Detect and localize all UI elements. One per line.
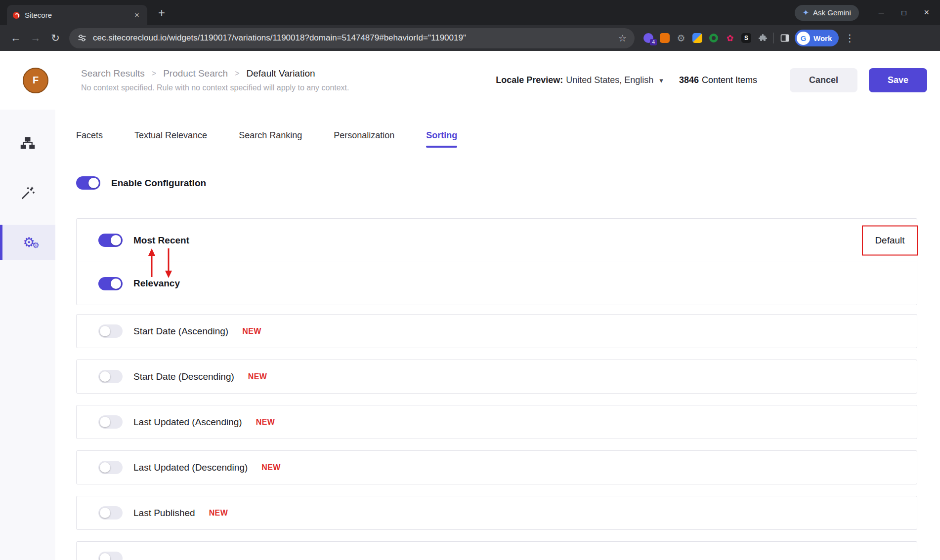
extensions-puzzle-icon[interactable] <box>758 33 768 43</box>
ask-gemini-button[interactable]: ✦ Ask Gemini <box>795 5 859 21</box>
new-badge: NEW <box>248 372 267 381</box>
sort-options-group: Most Recent Default Relevancy <box>76 218 917 305</box>
sort-option-label: Last Updated (Ascending) <box>133 417 242 428</box>
breadcrumb-separator: > <box>235 69 239 78</box>
content-items-number: 3846 <box>679 75 699 85</box>
page-body: ⚙⚙ Facets Textual Relevance Search Ranki… <box>0 110 940 560</box>
new-badge: NEW <box>261 463 281 472</box>
breadcrumb-product-search[interactable]: Product Search <box>163 68 228 79</box>
tab-search-ranking[interactable]: Search Ranking <box>239 130 302 148</box>
back-icon[interactable]: ← <box>6 28 26 48</box>
sidebar-item-magic-wand[interactable] <box>0 175 55 211</box>
new-badge: NEW <box>256 418 275 427</box>
sort-option-label: Most Recent <box>133 235 189 246</box>
tab-personalization[interactable]: Personalization <box>334 130 394 148</box>
left-sidebar: ⚙⚙ <box>0 110 55 560</box>
extension-icon-purple[interactable]: 4 <box>643 33 653 43</box>
new-badge: NEW <box>242 327 261 336</box>
breadcrumb-separator: > <box>152 69 156 78</box>
sort-option-label: Start Date (Descending) <box>133 371 234 382</box>
reload-icon[interactable]: ↻ <box>45 28 65 48</box>
sort-option-label: Relevancy <box>133 278 180 289</box>
most-recent-toggle[interactable] <box>98 234 123 247</box>
start-date-ascending-toggle[interactable] <box>98 324 123 338</box>
gears-icon: ⚙⚙ <box>23 236 35 249</box>
extension-badge: 4 <box>650 39 657 45</box>
start-date-descending-toggle[interactable] <box>98 370 123 383</box>
sidebar-item-settings[interactable]: ⚙⚙ <box>0 225 55 260</box>
gemini-sparkle-icon: ✦ <box>803 8 809 17</box>
locale-preview-value: United States, English <box>566 75 653 85</box>
profile-label: Work <box>813 34 832 42</box>
breadcrumb-block: Search Results > Product Search > Defaul… <box>81 68 349 92</box>
locale-preview-label: Locale Preview: <box>496 75 563 85</box>
extension-icon-orange[interactable] <box>660 33 670 43</box>
user-avatar[interactable]: F <box>23 68 48 93</box>
extension-icon-s[interactable]: S <box>741 33 751 43</box>
header-actions: Locale Preview: United States, English ▾… <box>496 68 927 92</box>
enable-configuration-toggle[interactable] <box>76 176 100 190</box>
breadcrumb-search-results[interactable]: Search Results <box>81 68 145 79</box>
save-button[interactable]: Save <box>869 68 927 92</box>
sort-option-row-start-date-asc: Start Date (Ascending) NEW <box>76 314 917 348</box>
url-text[interactable]: cec.sitecorecloud.io/widgets/1190017/var… <box>93 33 612 43</box>
sort-option-row-start-date-desc: Start Date (Descending) NEW <box>76 360 917 394</box>
relevancy-toggle[interactable] <box>98 277 123 290</box>
extension-icon-target[interactable] <box>709 33 719 43</box>
enable-configuration-label: Enable Configuration <box>111 178 206 189</box>
cancel-button[interactable]: Cancel <box>790 68 857 92</box>
last-published-toggle[interactable] <box>98 506 123 520</box>
maximize-icon[interactable]: □ <box>901 8 906 17</box>
site-settings-icon[interactable] <box>77 33 87 43</box>
tab-close-icon[interactable]: × <box>132 10 141 20</box>
extension-icon-gear[interactable]: ⚙ <box>676 33 686 43</box>
window-controls: ─ □ × <box>879 7 940 18</box>
sitemap-icon <box>20 136 35 151</box>
profile-chip[interactable]: G Work <box>795 30 839 46</box>
ask-gemini-label: Ask Gemini <box>813 8 851 17</box>
default-badge: Default <box>875 235 904 246</box>
browser-tab-sitecore[interactable]: Sitecore × <box>7 5 147 25</box>
partial-row-toggle[interactable] <box>98 552 123 560</box>
app-header: F Search Results > Product Search > Defa… <box>0 51 940 110</box>
new-tab-button[interactable]: + <box>154 6 169 20</box>
content-items-label: Content Items <box>702 75 757 85</box>
tab-sorting[interactable]: Sorting <box>426 130 457 148</box>
last-updated-ascending-toggle[interactable] <box>98 415 123 429</box>
sort-option-row-most-recent: Most Recent Default <box>77 219 917 262</box>
chevron-down-icon: ▾ <box>659 76 663 85</box>
address-bar[interactable]: cec.sitecorecloud.io/widgets/1190017/var… <box>69 28 635 48</box>
magic-wand-icon <box>20 186 35 200</box>
toolbar-divider <box>773 33 774 43</box>
extension-icon-photo[interactable] <box>692 33 702 43</box>
main-content: Facets Textual Relevance Search Ranking … <box>55 110 940 560</box>
breadcrumb: Search Results > Product Search > Defaul… <box>81 68 349 79</box>
last-updated-descending-toggle[interactable] <box>98 461 123 474</box>
extensions-area: 4 ⚙ ✿ S <box>643 33 768 43</box>
extension-icon-flower[interactable]: ✿ <box>725 33 735 43</box>
bookmark-star-icon[interactable]: ☆ <box>618 33 627 44</box>
browser-menu-icon[interactable]: ⋮ <box>845 32 855 44</box>
sort-option-label: Last Updated (Descending) <box>133 462 248 473</box>
sort-option-row-partial <box>76 541 917 560</box>
annotation-default-highlight: Default <box>862 225 918 255</box>
sort-option-row-last-updated-desc: Last Updated (Descending) NEW <box>76 450 917 484</box>
tab-facets[interactable]: Facets <box>76 130 103 148</box>
sort-option-row-last-updated-asc: Last Updated (Ascending) NEW <box>76 405 917 439</box>
close-icon[interactable]: × <box>924 7 929 18</box>
context-note: No context specified. Rule with no conte… <box>81 83 349 92</box>
minimize-icon[interactable]: ─ <box>879 8 884 17</box>
sidebar-item-hierarchy[interactable] <box>0 126 55 161</box>
profile-avatar: G <box>797 32 810 45</box>
sort-option-row-last-published: Last Published NEW <box>76 496 917 530</box>
sitecore-favicon-icon <box>13 12 20 19</box>
side-panel-icon[interactable] <box>780 33 790 43</box>
tab-textual-relevance[interactable]: Textual Relevance <box>134 130 207 148</box>
locale-preview-dropdown[interactable]: Locale Preview: United States, English ▾ <box>496 75 663 85</box>
browser-toolbar: ← → ↻ cec.sitecorecloud.io/widgets/11900… <box>0 25 940 51</box>
sort-option-row-relevancy: Relevancy <box>77 262 917 305</box>
browser-titlebar: Sitecore × + ✦ Ask Gemini ─ □ × <box>0 0 940 25</box>
forward-icon[interactable]: → <box>26 28 45 48</box>
sort-option-label: Start Date (Ascending) <box>133 326 228 337</box>
enable-configuration-row: Enable Configuration <box>76 176 917 190</box>
